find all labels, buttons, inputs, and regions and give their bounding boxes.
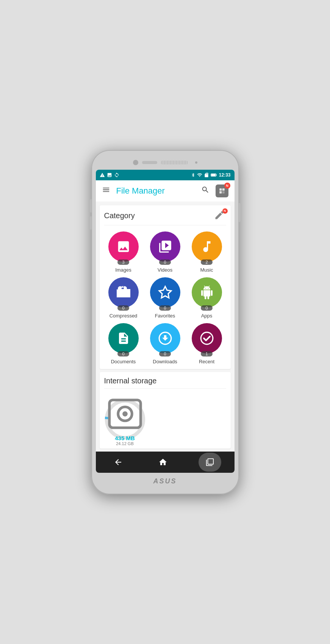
svg-rect-3: [211, 174, 216, 176]
favorites-count: 0: [159, 305, 170, 311]
recent-circle: 1: [192, 323, 222, 353]
note-badge: N: [222, 208, 228, 214]
volume-down-button[interactable]: [90, 216, 92, 230]
category-item-music[interactable]: 2 Music: [188, 231, 226, 273]
status-bar: ✕ 12:33: [96, 170, 235, 180]
storage-device-icon: [104, 393, 146, 435]
category-section: Category N: [100, 205, 231, 369]
category-note-button[interactable]: N: [214, 210, 226, 222]
warning-icon: [100, 172, 105, 178]
earpiece: [142, 161, 157, 164]
category-item-compressed[interactable]: 0 Compressed: [104, 277, 143, 319]
power-button[interactable]: [239, 203, 241, 222]
category-item-downloads[interactable]: 0 Downloads: [146, 323, 185, 364]
phone-bottom: ASUS: [96, 473, 235, 488]
android-icon: [200, 286, 214, 299]
status-right-icons: ✕ 12:33: [191, 172, 231, 178]
menu-icon[interactable]: [102, 186, 110, 196]
content-area: Category N: [96, 202, 235, 452]
storage-divider: [104, 388, 226, 389]
category-item-documents[interactable]: 0 Documents: [104, 323, 143, 364]
wifi-icon: [197, 172, 202, 178]
back-button[interactable]: [109, 453, 128, 472]
top-bezel: [96, 157, 235, 170]
apps-circle: 0: [192, 277, 222, 308]
documents-count: 0: [117, 351, 129, 356]
music-label: Music: [200, 267, 213, 273]
recent-apps-button[interactable]: [199, 453, 221, 472]
phone-screen: ✕ 12:33 File Manager: [96, 170, 235, 473]
document-icon: [117, 331, 130, 345]
category-header: Category N: [104, 210, 226, 222]
category-item-recent[interactable]: 1 Recent: [188, 323, 226, 364]
asus-brand: ASUS: [153, 477, 177, 485]
battery-icon: [211, 172, 217, 178]
image-icon: [116, 239, 131, 254]
sync-icon: [114, 172, 119, 178]
music-count: 2: [201, 259, 212, 265]
home-icon: [158, 458, 167, 467]
documents-circle: 0: [108, 323, 139, 353]
category-grid: 3 Images 0 Videos: [104, 231, 226, 364]
bluetooth-icon: [191, 172, 195, 178]
notification-button[interactable]: N: [216, 184, 228, 197]
category-item-images[interactable]: 3 Images: [104, 231, 143, 273]
compressed-circle: 0: [108, 277, 139, 308]
gallery-icon: [107, 172, 112, 178]
downloads-circle: 0: [150, 323, 180, 353]
svg-point-9: [201, 332, 213, 344]
sensor: [195, 161, 197, 164]
svg-rect-7: [222, 191, 224, 193]
svg-rect-5: [222, 188, 224, 191]
compressed-label: Compressed: [109, 313, 138, 319]
documents-label: Documents: [111, 359, 136, 364]
status-left-icons: [100, 172, 119, 178]
svg-point-14: [122, 411, 128, 416]
music-icon: [200, 239, 214, 254]
recent-apps-icon: [206, 458, 214, 466]
category-item-favorites[interactable]: 0 Favorites: [146, 277, 185, 319]
images-count: 3: [117, 259, 129, 265]
category-item-videos[interactable]: 0 Videos: [146, 231, 185, 273]
search-button[interactable]: [201, 186, 210, 196]
app-bar: File Manager N: [96, 180, 235, 202]
downloads-count: 0: [159, 351, 170, 356]
checkmark-icon: [200, 331, 214, 345]
compressed-count: 0: [117, 305, 129, 311]
nav-bar: [96, 452, 235, 473]
back-icon: [114, 458, 123, 467]
videos-label: Videos: [158, 267, 173, 273]
video-icon: [158, 239, 172, 254]
svg-rect-6: [219, 191, 222, 193]
app-title: File Manager: [116, 186, 195, 196]
favorites-circle: 0: [150, 277, 180, 308]
favorites-label: Favorites: [155, 313, 175, 319]
storage-ring: 435 MB 24.12 GB: [104, 399, 146, 440]
camera: [133, 160, 138, 165]
category-title: Category: [104, 211, 135, 220]
storage-ring-center: 435 MB 24.12 GB: [104, 393, 146, 445]
videos-circle: 0: [150, 231, 180, 262]
time-display: 12:33: [219, 172, 231, 178]
category-divider: [104, 225, 226, 225]
phone-frame: ✕ 12:33 File Manager: [91, 150, 239, 494]
category-item-apps[interactable]: 0 Apps: [188, 277, 226, 319]
storage-ring-container: 435 MB 24.12 GB: [104, 395, 226, 444]
download-icon: [158, 331, 172, 345]
images-circle: 3: [108, 231, 139, 262]
notification-badge: N: [224, 183, 230, 189]
music-circle: 2: [192, 231, 222, 262]
storage-section: Internal storage: [100, 372, 231, 449]
home-button[interactable]: [153, 453, 172, 472]
storage-title: Internal storage: [104, 377, 157, 385]
star-icon: [158, 285, 172, 300]
svg-rect-4: [219, 188, 222, 191]
volume-up-button[interactable]: [90, 199, 92, 213]
downloads-label: Downloads: [153, 359, 177, 364]
videos-count: 0: [159, 259, 170, 265]
apps-count: 0: [201, 305, 212, 311]
recent-count: 1: [201, 351, 212, 356]
storage-used: 435 MB: [115, 435, 135, 441]
sd-card-icon: ✕: [204, 172, 209, 178]
apps-label: Apps: [201, 313, 213, 319]
